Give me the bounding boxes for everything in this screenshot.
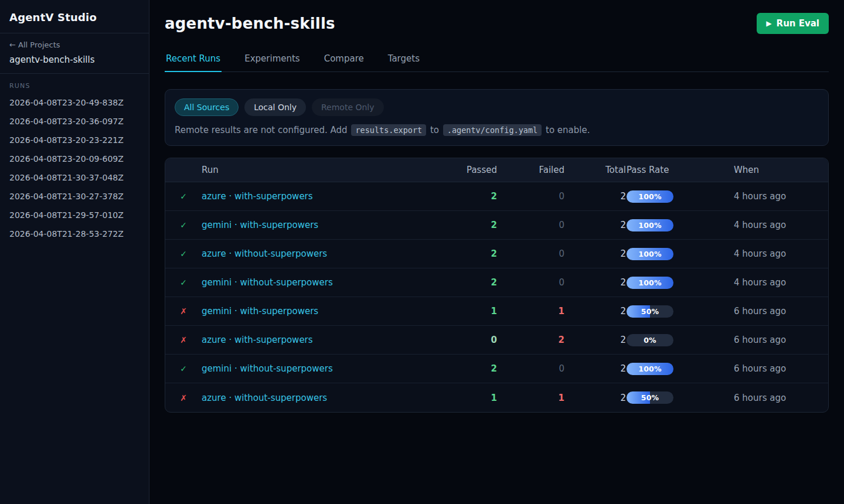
col-when: When	[731, 165, 828, 175]
pass-rate-pill: 0%	[627, 334, 673, 346]
check-icon: ✓	[180, 278, 187, 287]
pass-rate-label: 100%	[627, 248, 673, 260]
app-title: AgentV Studio	[9, 11, 139, 23]
table-header-row: Run Passed Failed Total Pass Rate When	[165, 158, 828, 182]
table-row[interactable]: ✗ gemini · with-superpowers 1 1 2 50% 6 …	[165, 297, 828, 326]
table-row[interactable]: ✓ gemini · with-superpowers 2 0 2 100% 4…	[165, 211, 828, 240]
table-body: ✓ azure · with-superpowers 2 0 2 100% 4 …	[165, 182, 828, 412]
runs-section-label: RUNS	[9, 82, 139, 90]
col-run: Run	[202, 165, 427, 175]
cross-icon: ✗	[180, 393, 187, 403]
table-row[interactable]: ✓ azure · without-superpowers 2 0 2 100%…	[165, 240, 828, 268]
passed-count: 1	[427, 306, 497, 316]
total-count: 2	[564, 363, 626, 374]
sidebar-run-item[interactable]: 2026-04-08T21-30-27-378Z	[9, 187, 139, 206]
table-row[interactable]: ✓ azure · with-superpowers 2 0 2 100% 4 …	[165, 182, 828, 211]
filter-pill-all-sources[interactable]: All Sources	[175, 98, 239, 116]
run-name-link[interactable]: azure · with-superpowers	[202, 335, 313, 345]
pass-rate-pill: 100%	[627, 190, 673, 203]
sidebar-run-item[interactable]: 2026-04-08T23-20-23-221Z	[9, 131, 139, 149]
total-count: 2	[564, 248, 626, 259]
check-icon: ✓	[180, 364, 187, 373]
tab-compare[interactable]: Compare	[323, 50, 365, 72]
when-label: 4 hours ago	[731, 248, 828, 259]
check-icon: ✓	[180, 192, 187, 201]
col-passed: Passed	[427, 165, 497, 175]
failed-count: 0	[497, 248, 564, 259]
failed-count: 2	[497, 335, 564, 345]
pass-rate-label: 50%	[627, 305, 673, 318]
pass-rate-pill: 50%	[627, 305, 673, 318]
all-projects-link[interactable]: ← All Projects	[9, 40, 139, 49]
notice-prefix: Remote results are not configured. Add	[175, 125, 348, 135]
sidebar-project-name: agentv-bench-skills	[9, 55, 139, 65]
sidebar-project-section: ← All Projects agentv-bench-skills	[0, 33, 149, 74]
col-pass-rate: Pass Rate	[626, 165, 731, 175]
run-name-link[interactable]: azure · without-superpowers	[202, 393, 327, 403]
sidebar-run-item[interactable]: 2026-04-08T21-30-37-048Z	[9, 168, 139, 187]
source-filter-card: All SourcesLocal OnlyRemote Only Remote …	[165, 89, 829, 146]
col-total: Total	[564, 165, 626, 175]
failed-count: 1	[497, 306, 564, 316]
passed-count: 2	[427, 248, 497, 259]
pass-rate-label: 100%	[627, 219, 673, 231]
sidebar-run-item[interactable]: 2026-04-08T21-29-57-010Z	[9, 206, 139, 224]
pass-rate-label: 100%	[627, 190, 673, 203]
pass-rate-label: 50%	[627, 391, 673, 404]
source-filter-pills: All SourcesLocal OnlyRemote Only	[175, 98, 819, 116]
check-icon: ✓	[180, 249, 187, 258]
pass-rate-label: 100%	[627, 363, 673, 375]
total-count: 2	[564, 191, 626, 202]
passed-count: 2	[427, 191, 497, 202]
tab-experiments[interactable]: Experiments	[243, 50, 301, 72]
main-content: agentv-bench-skills ▶ Run Eval Recent Ru…	[149, 0, 844, 504]
pass-rate-pill: 100%	[627, 363, 673, 375]
filter-pill-local-only[interactable]: Local Only	[244, 98, 306, 116]
check-icon: ✓	[180, 220, 187, 230]
sidebar-run-item[interactable]: 2026-04-08T23-20-36-097Z	[9, 112, 139, 131]
run-name-link[interactable]: gemini · with-superpowers	[202, 220, 318, 230]
notice-suffix: to enable.	[546, 125, 590, 135]
when-label: 6 hours ago	[731, 335, 828, 345]
tab-recent-runs[interactable]: Recent Runs	[165, 50, 222, 72]
sidebar-runs-section: RUNS 2026-04-08T23-20-49-838Z2026-04-08T…	[0, 74, 149, 251]
run-name-link[interactable]: azure · with-superpowers	[202, 191, 313, 202]
when-label: 6 hours ago	[731, 306, 828, 316]
cross-icon: ✗	[180, 335, 187, 345]
play-icon: ▶	[766, 19, 771, 28]
passed-count: 0	[427, 335, 497, 345]
run-name-link[interactable]: gemini · without-superpowers	[202, 363, 333, 374]
runs-table: Run Passed Failed Total Pass Rate When ✓…	[165, 158, 829, 413]
when-label: 4 hours ago	[731, 191, 828, 202]
run-name-link[interactable]: gemini · without-superpowers	[202, 277, 333, 288]
sidebar-run-item[interactable]: 2026-04-08T23-20-09-609Z	[9, 149, 139, 168]
total-count: 2	[564, 220, 626, 230]
tab-targets[interactable]: Targets	[387, 50, 421, 72]
col-failed: Failed	[497, 165, 564, 175]
table-row[interactable]: ✗ azure · without-superpowers 1 1 2 50% …	[165, 383, 828, 412]
cross-icon: ✗	[180, 307, 187, 316]
pass-rate-label: 100%	[627, 277, 673, 289]
sidebar-run-item[interactable]: 2026-04-08T21-28-53-272Z	[9, 224, 139, 243]
when-label: 4 hours ago	[731, 277, 828, 288]
failed-count: 0	[497, 191, 564, 202]
table-row[interactable]: ✗ azure · with-superpowers 0 2 2 0% 6 ho…	[165, 326, 828, 355]
tab-bar: Recent RunsExperimentsCompareTargets	[165, 50, 829, 72]
when-label: 6 hours ago	[731, 393, 828, 403]
failed-count: 0	[497, 220, 564, 230]
table-row[interactable]: ✓ gemini · without-superpowers 2 0 2 100…	[165, 355, 828, 383]
filter-pill-remote-only: Remote Only	[312, 98, 384, 116]
run-name-link[interactable]: gemini · with-superpowers	[202, 306, 318, 316]
pass-rate-pill: 100%	[627, 219, 673, 231]
passed-count: 2	[427, 363, 497, 374]
run-name-link[interactable]: azure · without-superpowers	[202, 248, 327, 259]
passed-count: 2	[427, 277, 497, 288]
run-eval-button[interactable]: ▶ Run Eval	[757, 13, 829, 34]
main-header: agentv-bench-skills ▶ Run Eval	[165, 0, 829, 34]
pass-rate-label: 0%	[627, 334, 673, 346]
notice-code-config-yaml: .agentv/config.yaml	[443, 124, 542, 136]
page-title: agentv-bench-skills	[165, 15, 335, 32]
pass-rate-pill: 100%	[627, 248, 673, 260]
table-row[interactable]: ✓ gemini · without-superpowers 2 0 2 100…	[165, 268, 828, 297]
sidebar-run-item[interactable]: 2026-04-08T23-20-49-838Z	[9, 93, 139, 112]
